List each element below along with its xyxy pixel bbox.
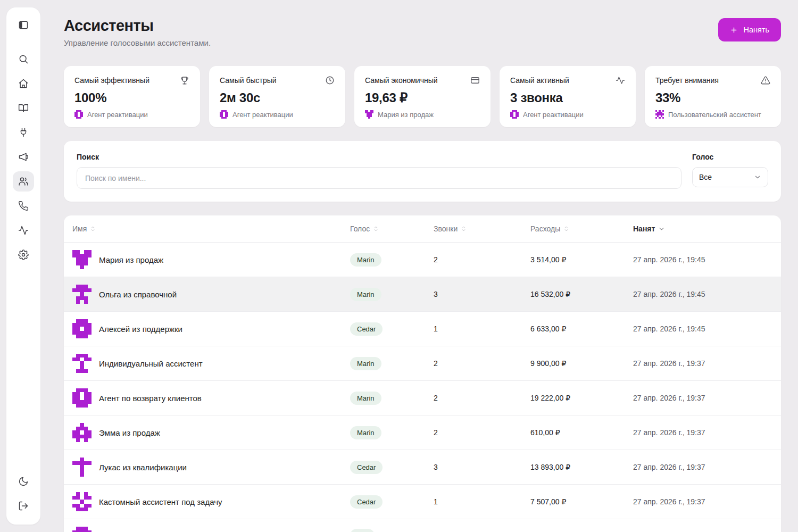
stat-card-effective: Самый эффективный 100% Агент реактивации xyxy=(64,66,200,127)
activity-icon xyxy=(18,225,29,236)
column-header-calls[interactable]: Звонки xyxy=(434,225,530,233)
voice-badge: Cedar xyxy=(350,322,383,336)
cost-cell: 16 532,00 ₽ xyxy=(530,290,633,298)
voice-filter-select[interactable]: Все xyxy=(692,167,768,187)
sort-icon xyxy=(373,225,379,232)
voice-cell: Marin xyxy=(350,392,434,405)
theme-toggle-button[interactable] xyxy=(13,471,34,492)
table-row[interactable]: Эмма из продажMarin2610,00 ₽27 апр. 2026… xyxy=(64,415,781,450)
assistant-avatar xyxy=(74,110,83,119)
cost-cell: 610,00 ₽ xyxy=(530,428,633,437)
chevron-down-icon xyxy=(754,173,761,181)
table-row[interactable]: Ольга из справочнойMarin316 532,00 ₽27 а… xyxy=(64,277,781,311)
table-row[interactable]: Индивидуальный ассистентMarin29 900,00 ₽… xyxy=(64,346,781,380)
assistant-avatar xyxy=(72,250,92,269)
voice-filter-label: Голос xyxy=(692,153,768,161)
sort-icon xyxy=(90,225,96,232)
stat-assistant: Мария из продаж xyxy=(378,111,434,119)
stat-card-needs-attention: Требует внимания 33% Пользовательский ас… xyxy=(645,66,781,127)
filter-card: Поиск Голос Все xyxy=(64,141,781,202)
analytics-nav-button[interactable] xyxy=(13,220,34,240)
cost-cell: 19 222,00 ₽ xyxy=(530,394,633,402)
panel-toggle-button[interactable] xyxy=(13,15,34,35)
assistant-avatar xyxy=(72,354,92,373)
voice-badge: Marin xyxy=(350,357,381,370)
assistant-avatar xyxy=(220,110,228,119)
megaphone-icon xyxy=(18,152,29,162)
table-row[interactable] xyxy=(64,519,781,532)
credit-card-icon xyxy=(470,76,480,85)
column-header-hired[interactable]: Нанят xyxy=(633,225,781,233)
campaigns-nav-button[interactable] xyxy=(13,147,34,167)
knowledge-nav-button[interactable] xyxy=(13,98,34,118)
hired-cell: 27 апр. 2026 г., 19:45 xyxy=(633,255,781,264)
assistant-name: Лукас из квалификации xyxy=(99,463,187,472)
cost-cell: 9 900,00 ₽ xyxy=(530,359,633,368)
calls-cell: 1 xyxy=(434,497,530,506)
stat-value: 3 звонка xyxy=(510,90,625,105)
integrations-nav-button[interactable] xyxy=(13,122,34,143)
voice-cell: Cedar xyxy=(350,495,434,509)
phone-icon xyxy=(18,201,29,211)
assistants-nav-button[interactable] xyxy=(13,171,34,192)
hired-cell: 27 апр. 2026 г., 19:37 xyxy=(633,497,781,506)
calls-cell: 3 xyxy=(434,463,530,471)
sort-icon xyxy=(563,225,569,232)
table-row[interactable]: Кастомный ассистент под задачуCedar17 50… xyxy=(64,484,781,519)
assistant-name-cell: Алексей из поддержки xyxy=(64,319,350,338)
voice-cell: Cedar xyxy=(350,461,434,474)
assistant-avatar xyxy=(365,110,373,119)
hire-button[interactable]: Нанять xyxy=(718,18,781,41)
calls-cell: 2 xyxy=(434,394,530,402)
table-row[interactable]: Алексей из поддержкиCedar16 633,00 ₽27 а… xyxy=(64,311,781,346)
assistant-name-cell: Мария из продаж xyxy=(64,250,350,269)
stat-cards: Самый эффективный 100% Агент реактивации… xyxy=(64,66,781,127)
assistant-avatar xyxy=(72,388,92,408)
assistant-name: Алексей из поддержки xyxy=(99,325,182,334)
stat-value: 19,63 ₽ xyxy=(365,90,480,105)
column-header-voice[interactable]: Голос xyxy=(350,225,434,233)
voice-badge: Marin xyxy=(350,426,381,439)
home-nav-button[interactable] xyxy=(13,73,34,94)
page-title: Ассистенты xyxy=(64,17,211,35)
search-input[interactable] xyxy=(77,167,681,189)
chevron-down-icon xyxy=(658,226,665,232)
voice-cell: Marin xyxy=(350,253,434,267)
column-label: Голос xyxy=(350,225,370,233)
stat-card-cheapest: Самый экономичный 19,63 ₽ Мария из прода… xyxy=(354,66,491,127)
stat-value: 33% xyxy=(655,90,770,105)
assistant-name: Индивидуальный ассистент xyxy=(99,359,203,368)
stat-value: 100% xyxy=(74,90,189,105)
assistant-avatar xyxy=(72,527,92,532)
assistant-name: Агент по возврату клиентов xyxy=(99,394,202,403)
hired-cell: 27 апр. 2026 г., 19:37 xyxy=(633,394,781,402)
main-content: Ассистенты Управление голосовыми ассисте… xyxy=(64,0,781,532)
column-header-name[interactable]: Имя xyxy=(64,225,350,233)
calls-nav-button[interactable] xyxy=(13,196,34,216)
stat-title: Самый эффективный xyxy=(74,76,149,85)
assistant-avatar xyxy=(72,492,92,511)
settings-nav-button[interactable] xyxy=(13,245,34,265)
sidebar xyxy=(6,7,40,525)
voice-badge: Marin xyxy=(350,392,381,405)
voice-badge: Marin xyxy=(350,288,381,301)
table-header: Имя Голос Звонки Расходы xyxy=(64,215,781,242)
column-header-costs[interactable]: Расходы xyxy=(530,225,633,233)
voice-cell: Marin xyxy=(350,288,434,301)
logout-button[interactable] xyxy=(13,496,34,516)
book-open-icon xyxy=(18,103,29,113)
table-row[interactable]: Лукас из квалификацииCedar313 893,00 ₽27… xyxy=(64,450,781,484)
plus-icon xyxy=(730,26,738,34)
activity-icon xyxy=(616,76,625,85)
stat-assistant: Агент реактивации xyxy=(232,111,293,119)
search-nav-button[interactable] xyxy=(13,49,34,69)
assistant-name-cell: Агент по возврату клиентов xyxy=(64,388,350,408)
table-row[interactable]: Агент по возврату клиентовMarin219 222,0… xyxy=(64,380,781,415)
table-row[interactable]: Мария из продажMarin23 514,00 ₽27 апр. 2… xyxy=(64,242,781,277)
voice-cell: Marin xyxy=(350,357,434,370)
voice-badge: Cedar xyxy=(350,495,383,509)
stat-card-most-active: Самый активный 3 звонка Агент реактиваци… xyxy=(500,66,636,127)
cost-cell: 3 514,00 ₽ xyxy=(530,255,633,264)
assistant-name-cell: Ольга из справочной xyxy=(64,285,350,304)
assistant-name-cell: Кастомный ассистент под задачу xyxy=(64,492,350,511)
